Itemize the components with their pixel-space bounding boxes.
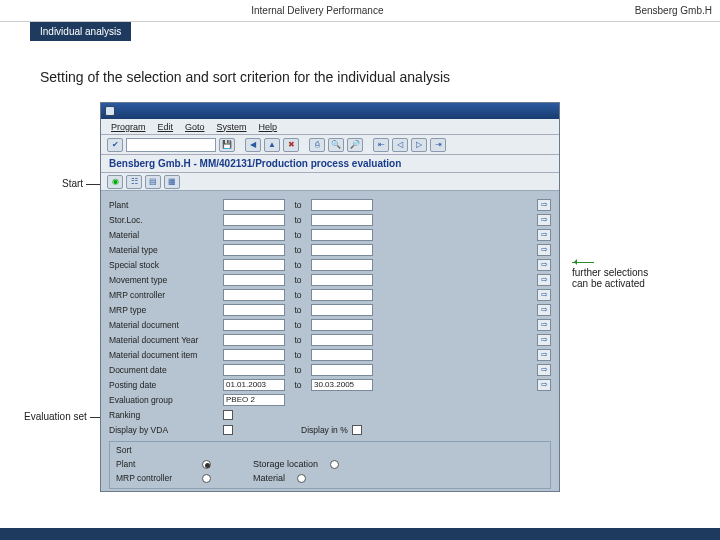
sort-plant-radio[interactable] [202, 460, 211, 469]
sap-titlebar [101, 103, 559, 119]
find-next-icon[interactable]: 🔎 [347, 138, 363, 152]
field-label: Ranking [109, 410, 219, 420]
last-page-icon[interactable]: ⇥ [430, 138, 446, 152]
field-to[interactable] [311, 364, 373, 376]
field-to[interactable] [311, 229, 373, 241]
save-variant-icon[interactable]: ▦ [164, 175, 180, 189]
field-to-label: to [289, 380, 307, 390]
field-label: Material [109, 230, 219, 240]
command-field[interactable] [126, 138, 216, 152]
menu-goto[interactable]: Goto [185, 122, 205, 132]
field-from[interactable] [223, 304, 285, 316]
sort-option-label: Plant [116, 459, 196, 469]
menu-help[interactable]: Help [259, 122, 278, 132]
field-from[interactable] [223, 364, 285, 376]
field-to[interactable] [311, 304, 373, 316]
sort-group-title: Sort [116, 445, 544, 455]
sort-option-label: Material [253, 473, 285, 483]
back-icon[interactable]: ◀ [245, 138, 261, 152]
sap-screen-title: Bensberg Gmb.H - MM/402131/Production pr… [101, 155, 559, 173]
field-from[interactable] [223, 259, 285, 271]
display-vda-checkbox[interactable] [223, 425, 233, 435]
ranking-row: Ranking [109, 407, 551, 422]
field-from[interactable] [223, 274, 285, 286]
posting-date-to[interactable]: 30.03.2005 [311, 379, 373, 391]
field-to-label: to [289, 260, 307, 270]
menu-edit[interactable]: Edit [158, 122, 174, 132]
field-label: Material type [109, 245, 219, 255]
annotation-start-label: Start [62, 178, 83, 189]
field-to[interactable] [311, 289, 373, 301]
field-to-label: to [289, 365, 307, 375]
sort-mrp-radio[interactable] [202, 474, 211, 483]
multi-select-icon[interactable]: ⇨ [537, 364, 551, 376]
display-percent-label: Display in % [301, 425, 348, 435]
first-page-icon[interactable]: ⇤ [373, 138, 389, 152]
field-from[interactable] [223, 229, 285, 241]
enter-icon[interactable]: ✔ [107, 138, 123, 152]
field-to[interactable] [311, 259, 373, 271]
field-to[interactable] [311, 334, 373, 346]
multi-select-icon[interactable]: ⇨ [537, 349, 551, 361]
multi-select-icon[interactable]: ⇨ [537, 214, 551, 226]
field-to[interactable] [311, 319, 373, 331]
multi-select-icon[interactable]: ⇨ [537, 319, 551, 331]
field-row: MRP controllerto⇨ [109, 287, 551, 302]
field-from[interactable] [223, 319, 285, 331]
window-control-icon[interactable] [105, 106, 115, 116]
field-to[interactable] [311, 199, 373, 211]
annotation-further-label: further selections can be activated [572, 267, 648, 289]
multi-select-icon[interactable]: ⇨ [537, 334, 551, 346]
annotation-evalset-label: Evaluation set [24, 411, 87, 422]
sort-storage-radio[interactable] [330, 460, 339, 469]
print-icon[interactable]: ⎙ [309, 138, 325, 152]
get-variant-icon[interactable]: ▤ [145, 175, 161, 189]
field-label: Posting date [109, 380, 219, 390]
sap-toolbar-app: ◉ ☷ ▤ ▦ [101, 173, 559, 191]
next-page-icon[interactable]: ▷ [411, 138, 427, 152]
field-to[interactable] [311, 349, 373, 361]
menu-system[interactable]: System [217, 122, 247, 132]
field-row: Material document itemto⇨ [109, 347, 551, 362]
find-icon[interactable]: 🔍 [328, 138, 344, 152]
multi-select-icon[interactable]: ⇨ [537, 379, 551, 391]
multi-select-icon[interactable]: ⇨ [537, 229, 551, 241]
field-from[interactable] [223, 334, 285, 346]
evaluation-group-field[interactable]: PBEO 2 [223, 394, 285, 406]
sort-material-radio[interactable] [297, 474, 306, 483]
slide-topbar: Internal Delivery Performance Bensberg G… [0, 0, 720, 22]
field-label: Stor.Loc. [109, 215, 219, 225]
multi-select-icon[interactable]: ⇨ [537, 259, 551, 271]
field-to[interactable] [311, 214, 373, 226]
multi-select-icon[interactable]: ⇨ [537, 289, 551, 301]
multi-select-icon[interactable]: ⇨ [537, 274, 551, 286]
multi-select-icon[interactable]: ⇨ [537, 199, 551, 211]
field-from[interactable] [223, 349, 285, 361]
ranking-checkbox[interactable] [223, 410, 233, 420]
execute-icon[interactable]: ◉ [107, 175, 123, 189]
field-label: MRP type [109, 305, 219, 315]
field-from[interactable] [223, 214, 285, 226]
display-percent-checkbox[interactable] [352, 425, 362, 435]
cancel-icon[interactable]: ✖ [283, 138, 299, 152]
save-icon[interactable]: 💾 [219, 138, 235, 152]
variant-icon[interactable]: ☷ [126, 175, 142, 189]
field-label: Material document Year [109, 335, 219, 345]
field-row: Movement typeto⇨ [109, 272, 551, 287]
exit-icon[interactable]: ▲ [264, 138, 280, 152]
selection-screen: Plantto⇨ Stor.Loc.to⇨ Materialto⇨ Materi… [101, 191, 559, 491]
field-label: Evaluation group [109, 395, 219, 405]
field-to-label: to [289, 320, 307, 330]
multi-select-icon[interactable]: ⇨ [537, 304, 551, 316]
company-name: Bensberg Gmb.H [635, 5, 720, 16]
field-from[interactable] [223, 244, 285, 256]
field-from[interactable] [223, 199, 285, 211]
posting-date-from[interactable]: 01.01.2003 [223, 379, 285, 391]
field-row: Special stockto⇨ [109, 257, 551, 272]
prev-page-icon[interactable]: ◁ [392, 138, 408, 152]
multi-select-icon[interactable]: ⇨ [537, 244, 551, 256]
field-to[interactable] [311, 274, 373, 286]
menu-program[interactable]: Program [111, 122, 146, 132]
field-from[interactable] [223, 289, 285, 301]
field-to[interactable] [311, 244, 373, 256]
